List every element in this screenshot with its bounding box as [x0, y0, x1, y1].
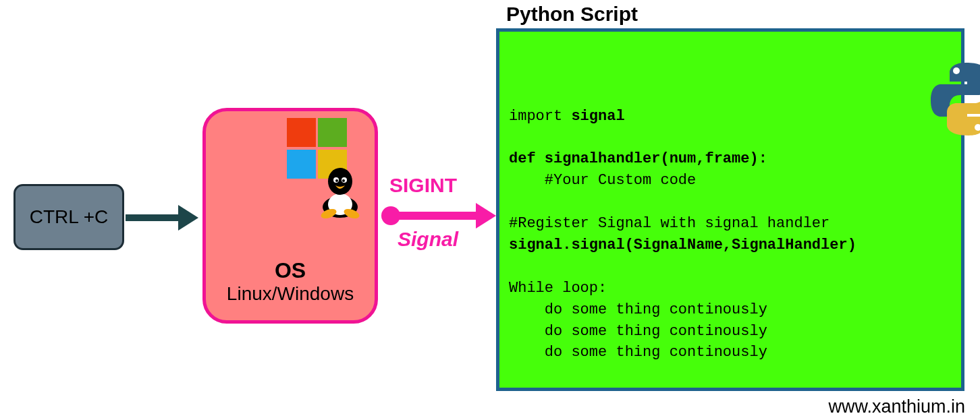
windows-tile-bl	[287, 150, 316, 179]
diagram-canvas: CTRL +C	[0, 0, 980, 420]
ctrl-c-label: CTRL +C	[30, 206, 108, 228]
os-subtitle: Linux/Windows	[206, 283, 375, 305]
python-logo-icon	[873, 37, 954, 118]
svg-point-5	[335, 179, 338, 182]
linux-tux-icon	[317, 165, 364, 219]
script-box-title: Python Script	[506, 3, 638, 26]
os-icons-group	[280, 118, 364, 219]
python-script-box: import signal def signalhandler(num,fram…	[496, 28, 964, 391]
windows-tile-tr	[318, 118, 347, 147]
ctrl-c-box: CTRL +C	[13, 184, 124, 250]
arrow-signal-icon: SIGINT Signal	[381, 174, 496, 262]
signal-name-label: SIGINT	[389, 174, 457, 197]
windows-tile-tl	[287, 118, 316, 147]
os-title: OS	[206, 258, 375, 283]
signal-word-label: Signal	[398, 228, 458, 251]
os-box: OS Linux/Windows	[202, 108, 378, 324]
svg-point-6	[342, 179, 345, 182]
footer-attribution: www.xanthium.in	[828, 396, 965, 417]
svg-point-9	[953, 67, 960, 74]
script-code-content: import signal def signalhandler(num,fram…	[509, 106, 952, 364]
svg-point-2	[328, 168, 352, 195]
os-text: OS Linux/Windows	[206, 258, 375, 305]
arrow-ctrl-to-os-icon	[126, 205, 200, 231]
